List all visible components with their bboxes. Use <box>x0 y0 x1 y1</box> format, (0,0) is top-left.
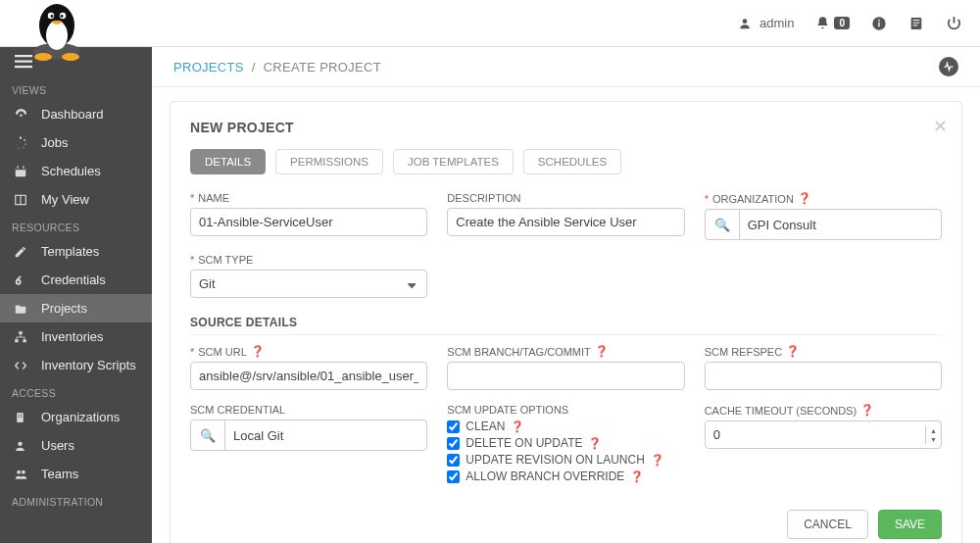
field-scm-type: SCM TYPE Git <box>190 254 427 298</box>
sidebar-item-teams[interactable]: Teams <box>0 460 152 488</box>
sidebar-item-users[interactable]: Users <box>0 431 152 460</box>
close-icon[interactable]: ✕ <box>933 116 948 137</box>
help-icon[interactable]: ❓ <box>588 437 602 450</box>
section-access: ACCESS <box>0 379 152 403</box>
user-icon <box>14 439 29 453</box>
input-description[interactable] <box>447 208 684 236</box>
select-scm-type[interactable]: Git <box>190 270 427 298</box>
tab-schedules[interactable]: SCHEDULES <box>523 149 621 174</box>
sidebar-item-schedules[interactable]: Schedules <box>0 157 152 185</box>
tab-permissions[interactable]: PERMISSIONS <box>275 149 383 174</box>
svg-rect-37 <box>23 339 26 342</box>
check-allow-branch-override[interactable]: ALLOW BRANCH OVERRIDE ❓ <box>447 469 684 483</box>
sidebar-item-myview[interactable]: My View <box>0 185 152 214</box>
help-icon[interactable]: ❓ <box>630 470 644 483</box>
svg-point-22 <box>24 143 26 145</box>
power-icon[interactable] <box>946 15 962 31</box>
svg-rect-15 <box>913 25 918 25</box>
sidebar-item-inventories[interactable]: Inventories <box>0 322 152 351</box>
breadcrumb-sep: / <box>252 60 256 74</box>
label-scm-refspec: SCM REFSPEC ❓ <box>705 345 942 358</box>
input-cache-timeout[interactable]: 0▲▼ <box>705 420 942 449</box>
svg-point-7 <box>34 53 52 61</box>
help-icon[interactable]: ❓ <box>651 454 664 467</box>
notifications-icon[interactable]: 0 <box>815 16 850 30</box>
svg-rect-35 <box>19 331 23 334</box>
cancel-button[interactable]: CANCEL <box>787 510 868 539</box>
lookup-organization[interactable]: 🔍GPI Consult <box>705 209 942 240</box>
input-scm-url[interactable] <box>190 362 427 390</box>
sidebar-item-projects[interactable]: Projects <box>0 294 152 322</box>
users-icon <box>14 468 29 481</box>
breadcrumb: PROJECTS / CREATE PROJECT <box>152 47 980 87</box>
sidebar-item-organizations[interactable]: Organizations <box>0 403 152 431</box>
field-scm-url: SCM URL ❓ <box>190 345 427 390</box>
input-scm-branch[interactable] <box>447 362 684 390</box>
notif-badge: 0 <box>834 17 850 29</box>
field-cache-timeout: CACHE TIMEOUT (SECONDS) ❓ 0▲▼ <box>705 404 942 486</box>
field-scm-update-options: SCM UPDATE OPTIONS CLEAN ❓ DELETE ON UPD… <box>447 404 684 486</box>
svg-rect-40 <box>21 414 22 415</box>
svg-rect-39 <box>19 414 20 415</box>
stepper-up[interactable]: ▲ <box>926 426 941 435</box>
input-scm-refspec[interactable] <box>705 362 942 390</box>
check-update-revision[interactable]: UPDATE REVISION ON LAUNCH ❓ <box>447 453 684 467</box>
tab-details[interactable]: DETAILS <box>190 149 266 174</box>
breadcrumb-current: CREATE PROJECT <box>264 60 381 74</box>
sidebar-item-templates[interactable]: Templates <box>0 237 152 266</box>
breadcrumb-root[interactable]: PROJECTS <box>173 60 244 74</box>
stepper-down[interactable]: ▼ <box>926 435 941 444</box>
help-icon[interactable]: ❓ <box>798 192 811 205</box>
help-icon[interactable]: ❓ <box>511 420 524 433</box>
svg-point-45 <box>22 469 25 473</box>
help-icon[interactable]: ❓ <box>860 404 874 417</box>
field-name: NAME <box>190 192 427 240</box>
user-menu[interactable]: admin <box>738 16 794 30</box>
sidebar: VIEWS Dashboard Jobs Schedules My View R… <box>0 47 152 543</box>
sidebar-item-credentials[interactable]: Credentials <box>0 266 152 294</box>
lookup-scm-credential[interactable]: 🔍Local Git <box>190 420 427 451</box>
svg-point-20 <box>20 136 22 138</box>
help-icon[interactable]: ❓ <box>251 345 265 358</box>
sidebar-item-jobs[interactable]: Jobs <box>0 128 152 157</box>
svg-rect-11 <box>878 22 879 26</box>
input-name[interactable] <box>190 208 427 236</box>
svg-point-43 <box>18 441 22 445</box>
field-scm-refspec: SCM REFSPEC ❓ <box>705 345 942 390</box>
svg-rect-14 <box>913 22 920 23</box>
spinner-icon <box>14 136 29 150</box>
svg-rect-13 <box>913 20 920 21</box>
section-administration: ADMINISTRATION <box>0 488 152 512</box>
save-button[interactable]: SAVE <box>878 510 942 539</box>
columns-icon <box>14 193 29 207</box>
svg-point-12 <box>878 19 880 21</box>
sitemap-icon <box>14 330 29 344</box>
label-scm-update: SCM UPDATE OPTIONS <box>447 404 684 416</box>
sidebar-item-dashboard[interactable]: Dashboard <box>0 100 152 128</box>
field-scm-credential: SCM CREDENTIAL 🔍Local Git <box>190 404 427 486</box>
key-icon <box>14 273 29 287</box>
help-icon[interactable]: ❓ <box>595 345 609 358</box>
field-organization: ORGANIZATION ❓ 🔍GPI Consult <box>705 192 942 240</box>
svg-rect-36 <box>15 339 18 342</box>
project-form-card: NEW PROJECT ✕ DETAILS PERMISSIONS JOB TE… <box>170 101 962 543</box>
label-name: NAME <box>190 192 427 204</box>
activity-icon[interactable] <box>939 57 958 76</box>
docs-icon[interactable] <box>908 16 924 31</box>
help-icon[interactable]: ❓ <box>786 345 800 358</box>
check-delete-on-update[interactable]: DELETE ON UPDATE ❓ <box>447 436 684 450</box>
check-clean[interactable]: CLEAN ❓ <box>447 420 684 433</box>
svg-point-9 <box>743 19 748 24</box>
topbar: admin 0 <box>0 0 980 47</box>
svg-point-2 <box>46 21 68 50</box>
field-scm-branch: SCM BRANCH/TAG/COMMIT ❓ <box>447 345 684 390</box>
svg-point-24 <box>19 147 20 148</box>
tab-job-templates[interactable]: JOB TEMPLATES <box>393 149 514 174</box>
logo-tux <box>22 0 92 67</box>
sidebar-item-inventory-scripts[interactable]: Inventory Scripts <box>0 351 152 379</box>
search-icon: 🔍 <box>706 210 740 239</box>
folder-icon <box>14 302 29 316</box>
info-icon[interactable] <box>871 16 887 31</box>
label-organization: ORGANIZATION ❓ <box>705 192 942 205</box>
section-views: VIEWS <box>0 76 152 100</box>
